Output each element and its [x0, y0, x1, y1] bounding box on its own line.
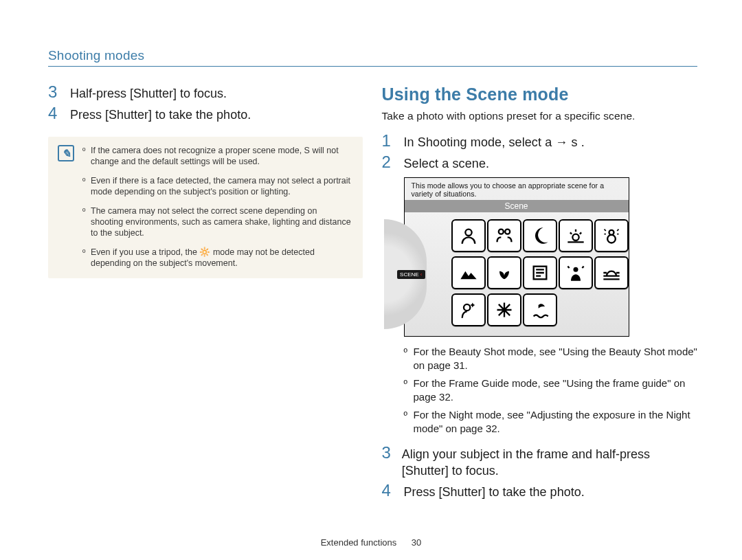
scene-note-item: For the Night mode, see "Adjusting the e…	[404, 408, 697, 436]
mode-dial-tab[interactable]: SCENE	[397, 270, 425, 279]
svg-point-5	[609, 230, 614, 235]
scene-screenshot: This mode allows you to choose an approp…	[404, 177, 629, 337]
svg-point-2	[505, 229, 510, 234]
portrait-icon[interactable]	[451, 219, 486, 252]
night-icon[interactable]	[523, 219, 557, 252]
svg-point-3	[572, 234, 578, 240]
footer-section: Extended functions	[321, 537, 397, 548]
section-lead: Take a photo with options preset for a s…	[382, 110, 697, 122]
svg-point-1	[498, 229, 503, 234]
svg-point-7	[573, 267, 578, 272]
svg-point-4	[607, 235, 616, 243]
dawn-icon[interactable]	[559, 219, 593, 252]
note-item: Even if there is a face detected, the ca…	[82, 175, 352, 197]
step-text: Half-press [Shutter] to focus.	[70, 85, 227, 102]
scene-note-item: For the Frame Guide mode, see "Using the…	[404, 377, 697, 404]
step-text: Align your subject in the frame and half…	[402, 445, 697, 479]
step-3-left: 3 Half-press [Shutter] to focus.	[48, 85, 363, 102]
beach-icon[interactable]	[523, 293, 557, 326]
step-number: 2	[382, 155, 394, 172]
right-column: Using the Scene mode Take a photo with o…	[382, 85, 697, 504]
step-4-right: 4 Press [Shutter] to take the photo.	[382, 483, 697, 500]
scene-notes: For the Beauty Shot mode, see "Using the…	[404, 345, 697, 436]
step-text: Select a scene.	[404, 155, 490, 172]
svg-point-8	[464, 304, 470, 311]
note-item: The camera may not select the correct sc…	[82, 205, 352, 238]
scene-icon-grid	[451, 219, 620, 326]
note-box: ✎ If the camera does not recognize a pro…	[48, 137, 363, 278]
scene-title-bar: Scene	[405, 200, 629, 212]
step-text: Press [Shutter] to take the photo.	[70, 106, 251, 123]
landscape-icon[interactable]	[451, 256, 486, 289]
mode-dial[interactable]: SCENE	[384, 219, 427, 329]
step-2-right: 2 Select a scene.	[382, 155, 697, 172]
closeup-icon[interactable]	[487, 256, 521, 289]
note-item: Even if you use a tripod, the 🔆 mode may…	[82, 247, 352, 269]
scene-note-item: For the Beauty Shot mode, see "Using the…	[404, 345, 697, 372]
note-item: If the camera does not recognize a prope…	[82, 145, 352, 167]
left-column: 3 Half-press [Shutter] to focus. 4 Press…	[48, 85, 363, 504]
page-number: 30	[412, 537, 421, 548]
step-3-right: 3 Align your subject in the frame and ha…	[382, 445, 697, 479]
scene-body: SCENE	[405, 212, 629, 336]
step-number: 3	[48, 85, 60, 102]
scene-caption: This mode allows you to choose an approp…	[405, 178, 629, 200]
firework-icon[interactable]	[487, 293, 521, 326]
beauty-icon[interactable]	[451, 293, 486, 326]
page-footer: Extended functions 30	[0, 537, 742, 548]
step-number: 3	[382, 445, 392, 479]
note-icon: ✎	[58, 145, 74, 161]
two-column-body: 3 Half-press [Shutter] to focus. 4 Press…	[48, 85, 697, 504]
page: Shooting modes 3 Half-press [Shutter] to…	[0, 0, 742, 560]
step-number: 1	[382, 133, 394, 150]
text-icon[interactable]	[523, 256, 557, 289]
step-number: 4	[48, 106, 60, 123]
backlight-icon[interactable]	[559, 256, 593, 289]
step-4-left: 4 Press [Shutter] to take the photo.	[48, 106, 363, 123]
step-text: Press [Shutter] to take the photo.	[404, 483, 585, 500]
page-header: Shooting modes	[48, 48, 697, 67]
note-list: If the camera does not recognize a prope…	[82, 145, 352, 269]
children-icon[interactable]	[487, 219, 521, 252]
step-1-right: 1 In Shooting mode, select a → s .	[382, 133, 697, 150]
snow-icon[interactable]	[594, 219, 629, 252]
svg-point-0	[465, 229, 471, 236]
step-text: In Shooting mode, select a → s .	[404, 133, 585, 150]
section-title: Using the Scene mode	[382, 85, 697, 104]
step-number: 4	[382, 483, 394, 500]
sunset-icon[interactable]	[594, 256, 629, 289]
